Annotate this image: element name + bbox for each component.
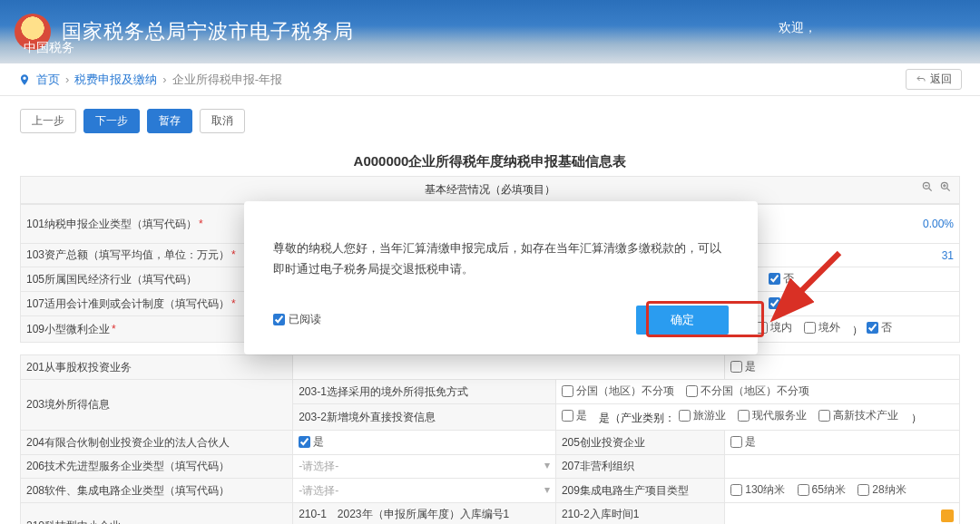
chk-209-65[interactable]: 65纳米 bbox=[798, 482, 846, 498]
breadcrumb-home[interactable]: 首页 bbox=[36, 72, 60, 88]
opts-201: 是 bbox=[725, 355, 960, 380]
chk-109-no[interactable]: 否 bbox=[867, 320, 892, 335]
label-205: 205创业投资企业 bbox=[555, 431, 724, 455]
chk-109-outside[interactable]: 境外 bbox=[804, 320, 840, 335]
opts-107: 是 否 bbox=[725, 292, 960, 316]
breadcrumb-level1[interactable]: 税费申报及缴纳 bbox=[74, 72, 157, 88]
read-checkbox-input[interactable] bbox=[273, 314, 285, 325]
next-step-button[interactable]: 下一步 bbox=[83, 109, 140, 133]
app-title: 国家税务总局宁波市电子税务局 bbox=[62, 18, 354, 45]
prev-step-button[interactable]: 上一步 bbox=[20, 109, 76, 133]
row-206-207: 206技术先进型服务企业类型（填写代码） -请选择-▾ 207非营利组织 bbox=[21, 455, 960, 479]
welcome-text: 欢迎， bbox=[779, 20, 817, 36]
label-204: 204有限合伙制创业投资企业的法人合伙人 bbox=[21, 431, 293, 455]
chk-203-2-c1[interactable]: 旅游业 bbox=[679, 408, 726, 423]
zoom-out-icon[interactable] bbox=[921, 180, 934, 193]
breadcrumb: 首页 › 税费申报及缴纳 › 企业所得税申报-年报 bbox=[18, 72, 282, 88]
chk-107-no[interactable]: 否 bbox=[769, 296, 794, 311]
row-210-1: 210科技型中小企业 210-1 2023年（申报所属年度）入库编号1 210-… bbox=[21, 503, 960, 525]
label-208: 208软件、集成电路企业类型（填写代码） bbox=[21, 479, 293, 503]
row-203-1: 203境外所得信息 203-1选择采用的境外所得抵免方式 分国（地区）不分项 不… bbox=[21, 380, 960, 404]
label-210: 210科技型中小企业 bbox=[21, 503, 293, 525]
notice-modal: 尊敬的纳税人您好，当年汇算清缴申报完成后，如存在当年汇算清缴多缴税款的，可以即时… bbox=[244, 201, 758, 354]
location-icon bbox=[18, 73, 31, 86]
label-210-2: 210-2入库时间1 bbox=[555, 503, 724, 525]
value-206[interactable]: -请选择-▾ bbox=[293, 455, 556, 479]
row-201: 201从事股权投资业务 是 bbox=[21, 355, 960, 380]
chk-203-1b[interactable]: 不分国（地区）不分项 bbox=[686, 383, 809, 399]
opts-105: 是 否 bbox=[725, 267, 960, 292]
calendar-icon[interactable] bbox=[941, 509, 954, 522]
chk-203-1a[interactable]: 分国（地区）不分项 bbox=[562, 383, 674, 399]
label-207: 207非营利组织 bbox=[555, 455, 724, 479]
form-title: A000000企业所得税年度纳税申报基础信息表 bbox=[20, 142, 960, 176]
opts-109: 是（ 境内 境外 ） 否 bbox=[725, 316, 960, 343]
read-checkbox-label: 已阅读 bbox=[289, 312, 321, 327]
label-203: 203境外所得信息 bbox=[21, 380, 293, 431]
chk-205-yes[interactable]: 是 bbox=[730, 434, 756, 450]
app-banner: 国家税务总局宁波市电子税务局 中国税务 欢迎， bbox=[0, 0, 980, 63]
chk-203-2-yes[interactable]: 是 bbox=[562, 408, 587, 423]
return-button[interactable]: 返回 bbox=[906, 69, 962, 90]
chk-203-2-c3[interactable]: 高新技术产业 bbox=[818, 408, 898, 423]
label-201: 201从事股权投资业务 bbox=[21, 355, 293, 380]
value-204[interactable]: 是 bbox=[293, 431, 556, 455]
label-206: 206技术先进型服务企业类型（填写代码） bbox=[21, 455, 293, 479]
chk-201-yes[interactable]: 是 bbox=[730, 359, 756, 374]
chevron-right-icon: › bbox=[162, 73, 166, 86]
action-toolbar: 上一步 下一步 暂存 取消 bbox=[0, 96, 980, 142]
return-label: 返回 bbox=[930, 72, 952, 87]
opts-205: 是 bbox=[725, 431, 960, 455]
modal-message: 尊敬的纳税人您好，当年汇算清缴申报完成后，如存在当年汇算清缴多缴税款的，可以即时… bbox=[273, 238, 729, 280]
chk-105-no[interactable]: 否 bbox=[769, 271, 794, 286]
row-204-205: 204有限合伙制创业投资企业的法人合伙人 是 205创业投资企业 是 bbox=[21, 431, 960, 455]
label-203-2: 203-2新增境外直接投资信息 bbox=[293, 404, 556, 431]
chk-203-2-c2[interactable]: 现代服务业 bbox=[738, 408, 807, 423]
zoom-in-icon[interactable] bbox=[939, 180, 952, 193]
chk-109-inside[interactable]: 境内 bbox=[756, 320, 792, 335]
label-209: 209集成电路生产项目类型 bbox=[555, 479, 724, 503]
chevron-right-icon: › bbox=[65, 73, 69, 86]
value-201[interactable] bbox=[293, 355, 725, 380]
return-arrow-icon bbox=[916, 74, 926, 85]
modal-confirm-button[interactable]: 确定 bbox=[636, 306, 729, 335]
opts-209: 130纳米 65纳米 28纳米 bbox=[725, 479, 960, 503]
opts-203-2: 是 是（产业类别： 旅游业 现代服务业 高新技术产业 ） bbox=[555, 404, 959, 431]
section-header-basic: 基本经营情况（必填项目） bbox=[20, 176, 960, 204]
cancel-button[interactable]: 取消 bbox=[200, 109, 245, 133]
save-draft-button[interactable]: 暂存 bbox=[147, 109, 192, 133]
section-header-label: 基本经营情况（必填项目） bbox=[425, 182, 555, 198]
value-102: 0.00% bbox=[725, 205, 960, 244]
chk-209-28[interactable]: 28纳米 bbox=[858, 482, 906, 498]
opts-203-1: 分国（地区）不分项 不分国（地区）不分项 bbox=[555, 380, 959, 404]
chk-204-yes[interactable]: 是 bbox=[299, 434, 324, 450]
value-208[interactable]: -请选择-▾ bbox=[293, 479, 556, 503]
brand-subscript: 中国税务 bbox=[24, 40, 74, 56]
value-207[interactable] bbox=[725, 455, 960, 479]
chk-209-130[interactable]: 130纳米 bbox=[730, 482, 785, 498]
breadcrumb-bar: 首页 › 税费申报及缴纳 › 企业所得税申报-年报 返回 bbox=[0, 63, 980, 96]
modal-read-checkbox[interactable]: 已阅读 bbox=[273, 312, 321, 327]
value-210-2[interactable] bbox=[725, 503, 960, 525]
label-203-1: 203-1选择采用的境外所得抵免方式 bbox=[293, 380, 556, 404]
breadcrumb-current: 企业所得税申报-年报 bbox=[172, 72, 282, 88]
label-210-1: 210-1 2023年（申报所属年度）入库编号1 bbox=[293, 503, 556, 525]
row-208-209: 208软件、集成电路企业类型（填写代码） -请选择-▾ 209集成电路生产项目类… bbox=[21, 479, 960, 503]
